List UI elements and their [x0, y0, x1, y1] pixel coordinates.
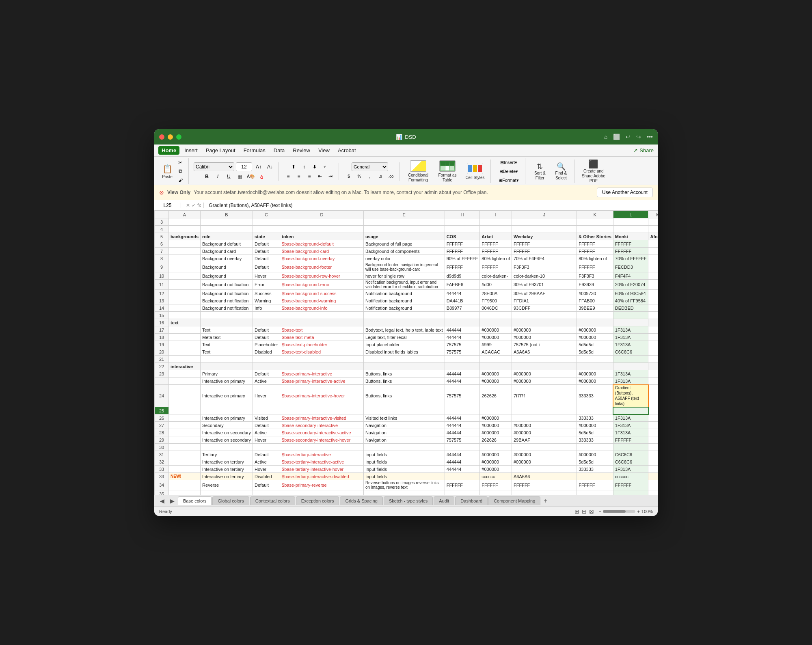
find-select-button[interactable]: 🔍 Find & Select: [551, 160, 571, 183]
increase-font-button[interactable]: A↑: [254, 163, 263, 171]
increase-decimal-button[interactable]: .00: [386, 173, 396, 181]
decrease-font-button[interactable]: A↓: [265, 163, 275, 171]
cell-reference-input[interactable]: [157, 203, 181, 208]
prev-sheet-button[interactable]: ◀: [158, 497, 167, 505]
col-header-m[interactable]: M: [648, 211, 658, 218]
format-cells-button[interactable]: ⊞ Format ▾: [496, 176, 522, 184]
confirm-formula-icon[interactable]: ✓: [192, 203, 196, 208]
comma-button[interactable]: ,: [365, 173, 375, 181]
tab-dashboard[interactable]: Dashboard: [455, 496, 488, 505]
zoom-in-button[interactable]: +: [637, 509, 639, 514]
fill-color-button[interactable]: A🎨: [246, 173, 256, 181]
col-header-l[interactable]: L: [613, 211, 648, 218]
home-icon[interactable]: ⌂: [604, 134, 607, 140]
page-break-view-icon[interactable]: ⊠: [589, 508, 594, 515]
col-header-j[interactable]: J: [512, 211, 577, 218]
col-header-e[interactable]: E: [363, 211, 445, 218]
cell-styles-button[interactable]: Cell Styles: [463, 160, 487, 183]
col-header-c[interactable]: C: [253, 211, 280, 218]
indent-more-button[interactable]: ⇥: [326, 172, 335, 180]
delete-cells-button[interactable]: ⊟ Delete ▾: [497, 167, 521, 175]
table-row: 4: [155, 226, 658, 233]
menu-insert[interactable]: Insert: [181, 146, 201, 155]
status-right: ⊞ ⊟ ⊠ − + 100%: [574, 508, 653, 515]
insert-function-icon[interactable]: fx: [197, 203, 201, 208]
tab-base-colors[interactable]: Base colors: [178, 496, 212, 505]
align-middle-button[interactable]: ↕: [299, 163, 309, 171]
conditional-formatting-button[interactable]: Conditional Formatting: [404, 160, 432, 183]
italic-button[interactable]: I: [213, 173, 223, 181]
table-row: 19 Text Placeholder $base-text-placehold…: [155, 341, 658, 348]
align-left-button[interactable]: ≡: [283, 172, 293, 180]
number-group: General $ % , .0 .00: [341, 162, 400, 181]
next-sheet-button[interactable]: ▶: [168, 497, 177, 505]
wrap-text-button[interactable]: ↵: [320, 163, 330, 171]
indent-less-button[interactable]: ⇤: [315, 172, 325, 180]
percent-button[interactable]: %: [354, 173, 364, 181]
menu-review[interactable]: Review: [289, 146, 313, 155]
underline-button[interactable]: U: [224, 173, 234, 181]
col-header-b[interactable]: B: [201, 211, 253, 218]
add-sheet-button[interactable]: +: [541, 496, 550, 505]
paste-button[interactable]: 📋 Paste: [160, 163, 175, 180]
col-header-i[interactable]: I: [480, 211, 512, 218]
zoom-slider[interactable]: [603, 510, 635, 513]
selected-cell-l24[interactable]: Gradient (Buttons), A50AFF (text links): [613, 385, 648, 407]
menu-data[interactable]: Data: [270, 146, 288, 155]
copy-button[interactable]: ⧉: [175, 167, 185, 175]
cells-group: ⊞ Insert ▾ ⊟ Delete ▾ ⊞ Format ▾: [492, 158, 525, 184]
col-header-a[interactable]: A: [169, 211, 201, 218]
format-as-table-button[interactable]: Format as Table: [434, 160, 461, 183]
adobe-group: ⬛ Create and Share Adobe PDF: [576, 160, 611, 183]
bold-button[interactable]: B: [202, 173, 212, 181]
tab-component-mapping[interactable]: Component Mapping: [488, 496, 540, 505]
maximize-button[interactable]: [176, 134, 181, 140]
align-top-button[interactable]: ⬆: [289, 163, 298, 171]
align-right-button[interactable]: ≡: [304, 172, 314, 180]
table-row: 15: [155, 312, 658, 319]
close-button[interactable]: [159, 134, 164, 140]
tab-contextual-colors[interactable]: Contextual colors: [250, 496, 295, 505]
status-bar: Ready ⊞ ⊟ ⊠ − + 100%: [154, 506, 658, 516]
number-format-select[interactable]: General: [352, 162, 388, 171]
share-button[interactable]: ↗ Share: [633, 147, 654, 153]
align-bottom-button[interactable]: ⬇: [310, 163, 320, 171]
font-size-input[interactable]: [236, 162, 252, 171]
currency-button[interactable]: $: [344, 173, 354, 181]
page-layout-view-icon[interactable]: ⊟: [582, 508, 587, 515]
format-painter-button[interactable]: 🖌: [175, 176, 185, 184]
col-header-d[interactable]: D: [280, 211, 364, 218]
font-name-select[interactable]: Calibri: [194, 162, 234, 171]
sort-filter-button[interactable]: ⇅ Sort & Filter: [530, 160, 550, 183]
zoom-out-button[interactable]: −: [599, 509, 601, 514]
tab-exception-colors[interactable]: Exception colors: [296, 496, 339, 505]
col-header-k[interactable]: K: [577, 211, 613, 218]
menu-view[interactable]: View: [315, 146, 333, 155]
font-color-button[interactable]: A̲: [257, 173, 267, 181]
undo-icon[interactable]: ↩: [626, 134, 631, 140]
menu-acrobat[interactable]: Acrobat: [335, 146, 359, 155]
decrease-decimal-button[interactable]: .0: [376, 173, 385, 181]
save-icon[interactable]: ⬜: [613, 134, 620, 140]
align-center-button[interactable]: ≡: [294, 172, 304, 180]
menu-page-layout[interactable]: Page Layout: [203, 146, 239, 155]
insert-cells-button[interactable]: ⊞ Insert ▾: [497, 158, 520, 166]
redo-icon[interactable]: ↪: [636, 134, 641, 140]
tab-global-colors[interactable]: Global colors: [212, 496, 249, 505]
menu-formulas[interactable]: Formulas: [240, 146, 269, 155]
minimize-button[interactable]: [168, 134, 173, 140]
more-icon[interactable]: •••: [647, 134, 653, 140]
normal-view-icon[interactable]: ⊞: [574, 508, 579, 515]
cancel-formula-icon[interactable]: ✕: [186, 203, 190, 208]
col-header-h[interactable]: H: [445, 211, 480, 218]
formula-icons: ✕ ✓ fx: [184, 203, 204, 208]
tab-audit[interactable]: Audit: [434, 496, 454, 505]
tab-grids-spacing[interactable]: Grids & Spacing: [340, 496, 382, 505]
tab-sketch-type-styles[interactable]: Sketch - type styles: [384, 496, 433, 505]
menu-home[interactable]: Home: [158, 146, 179, 155]
cut-button[interactable]: ✂: [175, 158, 185, 166]
create-share-adobe-button[interactable]: ⬛ Create and Share Adobe PDF: [579, 160, 608, 183]
use-another-account-button[interactable]: Use Another Account: [597, 188, 653, 197]
spreadsheet: A B C D E H I J K L M 3: [154, 211, 658, 495]
border-button[interactable]: ▦: [235, 173, 245, 181]
